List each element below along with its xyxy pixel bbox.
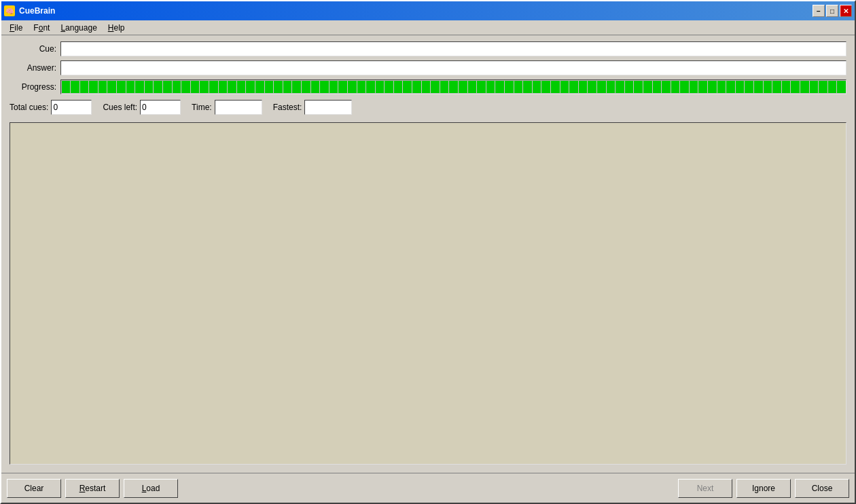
menu-bar: File Font Language Help [1,20,855,35]
bottom-bar: Clear Restart Load Next Ignore Close [1,473,855,503]
cue-row: Cue: [10,41,846,57]
cues-left-input[interactable] [140,100,181,115]
progress-segment [690,81,698,93]
progress-segment [634,81,643,93]
total-cues-group: Total cues: [10,100,92,115]
progress-segment [579,81,588,93]
stats-row: Total cues: Cues left: Time: Fastest: [10,98,846,117]
next-button[interactable]: Next [678,479,732,498]
progress-segment [394,81,403,93]
progress-segment [616,81,624,93]
progress-segment [486,81,495,93]
progress-segment [200,81,209,93]
progress-segment [828,81,837,93]
close-button[interactable]: Close [795,479,849,498]
progress-segment [588,81,596,93]
progress-segment [782,81,791,93]
answer-input[interactable] [60,60,846,75]
progress-segment [754,81,763,93]
progress-segment [274,81,283,93]
time-input[interactable] [215,100,262,115]
progress-segment [431,81,440,93]
menu-help[interactable]: Help [103,22,130,34]
cues-left-group: Cues left: [103,100,181,115]
progress-segment [541,81,550,93]
progress-segment [283,81,292,93]
progress-segment [819,81,827,93]
progress-segment [126,81,135,93]
progress-bar-fill [61,80,846,94]
bottom-right-buttons: Next Ignore Close [678,479,849,498]
menu-language[interactable]: Language [55,22,102,34]
progress-label: Progress: [10,82,60,92]
progress-segment [726,81,735,93]
progress-segment [246,81,255,93]
load-button[interactable]: Load [124,479,178,498]
title-bar-left: 🧠 CueBrain [4,5,55,16]
progress-segment [745,81,753,93]
fastest-group: Fastest: [273,100,353,115]
cue-label: Cue: [10,44,60,54]
progress-segment [607,81,616,93]
progress-segment [357,81,366,93]
progress-segment [643,81,652,93]
progress-segment [440,81,449,93]
progress-segment [338,81,347,93]
progress-segment [376,81,385,93]
maximize-button[interactable]: □ [826,5,838,17]
progress-segment [135,81,144,93]
main-panel [10,122,846,465]
progress-segment [597,81,606,93]
progress-segment [107,81,116,93]
progress-segment [800,81,809,93]
progress-segment [717,81,726,93]
progress-segment [764,81,772,93]
progress-segment [265,81,274,93]
total-cues-input[interactable] [51,100,92,115]
progress-segment [551,81,560,93]
progress-segment [366,81,375,93]
progress-segment [292,81,301,93]
progress-segment [772,81,781,93]
close-window-button[interactable]: ✕ [840,5,852,17]
progress-segment [181,81,190,93]
progress-segment [255,81,264,93]
answer-label: Answer: [10,63,60,73]
progress-segment [837,81,846,93]
progress-segment [671,81,680,93]
progress-segment [89,81,98,93]
progress-segment [311,81,320,93]
progress-segment [736,81,745,93]
progress-segment [698,81,707,93]
progress-segment [209,81,218,93]
progress-segment [791,81,800,93]
progress-segment [163,81,172,93]
progress-segment [99,81,107,93]
title-bar: 🧠 CueBrain − □ ✕ [1,1,855,20]
progress-segment [62,81,71,93]
progress-segment [329,81,338,93]
menu-font[interactable]: Font [28,22,55,34]
restart-button[interactable]: Restart [65,479,120,498]
progress-segment [422,81,431,93]
cue-input[interactable] [60,41,846,56]
clear-button[interactable]: Clear [7,479,61,498]
content-area: Cue: Answer: Progress: Total cues: Cues … [1,35,855,473]
progress-segment [625,81,634,93]
progress-segment [477,81,486,93]
progress-segment [468,81,477,93]
fastest-input[interactable] [304,100,352,115]
ignore-button[interactable]: Ignore [736,479,791,498]
progress-segment [348,81,357,93]
progress-segment [449,81,458,93]
minimize-button[interactable]: − [813,5,825,17]
progress-segment [459,81,467,93]
progress-segment [403,81,412,93]
progress-segment [680,81,689,93]
window-title: CueBrain [19,6,55,16]
menu-file[interactable]: File [4,22,28,34]
total-cues-label: Total cues: [10,103,48,112]
progress-segment [514,81,523,93]
progress-bar-container [60,79,846,94]
progress-segment [191,81,200,93]
